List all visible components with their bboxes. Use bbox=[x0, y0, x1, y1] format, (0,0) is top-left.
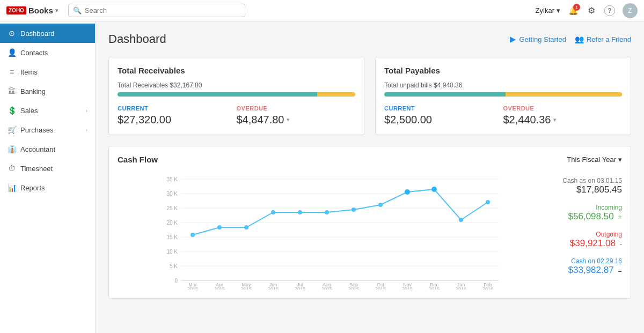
sidebar-item-purchases[interactable]: 🛒Purchases› bbox=[0, 120, 95, 139]
svg-text:2015: 2015 bbox=[321, 286, 332, 290]
receivables-current-stat: CURRENT $27,320.00 bbox=[118, 105, 237, 126]
cash-open-value: $17,805.45 bbox=[555, 184, 622, 195]
receivables-progress bbox=[118, 92, 355, 97]
receivables-overdue-value: $4,847.80 ▾ bbox=[237, 114, 356, 126]
sidebar-item-accountant[interactable]: 👔Accountant bbox=[0, 139, 95, 159]
receivables-dropdown[interactable]: ▾ bbox=[287, 116, 290, 123]
help-icon[interactable]: ? bbox=[604, 5, 615, 16]
getting-started-link[interactable]: ▶ Getting Started bbox=[510, 34, 566, 44]
accountant-icon: 👔 bbox=[8, 145, 16, 153]
svg-text:2015: 2015 bbox=[402, 286, 413, 290]
page-header: Dashboard ▶ Getting Started 👥 Refer a Fr… bbox=[108, 32, 631, 46]
sidebar-item-sales[interactable]: 💲Sales› bbox=[0, 101, 95, 120]
zoho-logo: ZOHO bbox=[6, 6, 26, 14]
sidebar-item-contacts[interactable]: 👤Contacts bbox=[0, 43, 95, 62]
main-layout: ⊙Dashboard👤Contacts≡Items🏛Banking💲Sales›… bbox=[0, 21, 644, 333]
sidebar-item-banking[interactable]: 🏛Banking bbox=[0, 82, 95, 101]
svg-text:20 K: 20 K bbox=[166, 220, 178, 226]
payables-overdue-label: OVERDUE bbox=[503, 105, 623, 112]
sidebar-item-items[interactable]: ≡Items bbox=[0, 62, 95, 82]
payables-current-label: CURRENT bbox=[384, 105, 503, 112]
avatar[interactable]: Z bbox=[623, 3, 638, 18]
purchases-icon: 🛒 bbox=[8, 125, 16, 134]
svg-text:2015: 2015 bbox=[187, 286, 198, 290]
banking-label: Banking bbox=[20, 87, 46, 95]
purchases-arrow: › bbox=[85, 127, 87, 133]
header-actions: ▶ Getting Started 👥 Refer a Friend bbox=[510, 34, 631, 44]
purchases-label: Purchases bbox=[20, 126, 53, 134]
outgoing-label: Outgoing bbox=[555, 231, 622, 238]
receivables-current-value: $27,320.00 bbox=[118, 114, 237, 126]
dashboard-label: Dashboard bbox=[20, 29, 55, 38]
payables-dropdown[interactable]: ▾ bbox=[553, 116, 557, 123]
sidebar: ⊙Dashboard👤Contacts≡Items🏛Banking💲Sales›… bbox=[0, 21, 96, 333]
logo-area[interactable]: ZOHO Books ▾ bbox=[6, 6, 58, 15]
filter-caret: ▾ bbox=[618, 156, 622, 164]
svg-text:2015: 2015 bbox=[375, 286, 386, 290]
sales-arrow: › bbox=[85, 107, 87, 114]
incoming-label: Incoming bbox=[555, 204, 622, 211]
user-caret: ▾ bbox=[557, 6, 560, 14]
payables-overdue-stat: OVERDUE $2,440.36 ▾ bbox=[503, 105, 623, 126]
settings-icon[interactable]: ⚙ bbox=[586, 5, 597, 16]
svg-text:2015: 2015 bbox=[214, 286, 225, 290]
search-input[interactable] bbox=[85, 6, 240, 14]
payables-current-bar bbox=[384, 92, 506, 97]
payables-card: Total Payables Total unpaid bills $4,940… bbox=[375, 57, 631, 135]
banking-icon: 🏛 bbox=[8, 87, 16, 95]
outgoing-symbol: - bbox=[620, 240, 622, 248]
sidebar-item-timesheet[interactable]: ⏱Timesheet bbox=[0, 159, 95, 178]
top-nav: ZOHO Books ▾ 🔍 Zylkar ▾ 🔔 1 ⚙ ? Z bbox=[0, 0, 644, 21]
cashflow-filter[interactable]: This Fiscal Year ▾ bbox=[567, 156, 622, 164]
incoming-value: $56,098.50 + bbox=[555, 211, 622, 222]
reports-icon: 📊 bbox=[8, 183, 16, 192]
svg-point-18 bbox=[244, 225, 248, 230]
cashflow-chart: 35 K 30 K 25 K 20 K 15 K 10 K 5 K 0 bbox=[118, 172, 547, 290]
svg-point-23 bbox=[378, 203, 383, 207]
sales-icon: 💲 bbox=[8, 106, 16, 115]
incoming-stat: Incoming $56,098.50 + bbox=[555, 204, 622, 222]
payables-progress bbox=[384, 92, 622, 97]
receivables-total-label: Total Receivables $32,167.80 bbox=[118, 82, 355, 89]
cash-close-stat: Cash on 02.29.16 $33,982.87 = bbox=[555, 257, 622, 276]
cash-close-label: Cash on 02.29.16 bbox=[555, 257, 622, 265]
search-bar[interactable]: 🔍 bbox=[68, 4, 245, 17]
svg-text:2016: 2016 bbox=[482, 286, 493, 290]
search-icon: 🔍 bbox=[73, 6, 82, 14]
cashflow-title: Cash Flow bbox=[118, 155, 158, 164]
svg-text:35 K: 35 K bbox=[166, 176, 178, 182]
svg-text:2015: 2015 bbox=[348, 286, 359, 290]
contacts-label: Contacts bbox=[20, 49, 48, 57]
timesheet-label: Timesheet bbox=[20, 165, 53, 173]
logo-caret: ▾ bbox=[55, 7, 58, 14]
svg-text:2016: 2016 bbox=[456, 286, 466, 290]
nav-right: Zylkar ▾ 🔔 1 ⚙ ? Z bbox=[536, 3, 638, 18]
username: Zylkar bbox=[536, 6, 554, 14]
svg-point-17 bbox=[217, 225, 222, 230]
summary-cards: Total Receivables Total Receivables $32,… bbox=[108, 57, 631, 135]
accountant-label: Accountant bbox=[20, 145, 55, 153]
cashflow-section: Cash Flow This Fiscal Year ▾ 35 K 30 K 2… bbox=[108, 146, 631, 299]
sidebar-item-reports[interactable]: 📊Reports bbox=[0, 178, 95, 197]
receivables-current-bar bbox=[118, 92, 317, 97]
notification-badge: 1 bbox=[573, 4, 580, 11]
sales-label: Sales bbox=[20, 107, 38, 115]
outgoing-stat: Outgoing $39,921.08 - bbox=[555, 231, 622, 249]
receivables-overdue-label: OVERDUE bbox=[237, 105, 356, 112]
sidebar-item-dashboard[interactable]: ⊙Dashboard bbox=[0, 24, 95, 43]
cashflow-stats: Cash as on 03.01.15 $17,805.45 Incoming … bbox=[547, 172, 622, 290]
notification-icon[interactable]: 🔔 1 bbox=[568, 5, 579, 16]
svg-point-16 bbox=[191, 233, 195, 237]
receivables-overdue-bar bbox=[317, 92, 355, 97]
svg-point-26 bbox=[459, 218, 463, 222]
refer-friend-link[interactable]: 👥 Refer a Friend bbox=[575, 34, 631, 44]
receivables-title: Total Receivables bbox=[118, 66, 355, 75]
receivables-card: Total Receivables Total Receivables $32,… bbox=[108, 57, 364, 135]
svg-point-20 bbox=[298, 210, 302, 214]
payables-current-value: $2,500.00 bbox=[384, 114, 503, 126]
payables-current-stat: CURRENT $2,500.00 bbox=[384, 105, 503, 126]
svg-point-21 bbox=[325, 210, 329, 214]
play-icon: ▶ bbox=[510, 34, 516, 44]
user-menu[interactable]: Zylkar ▾ bbox=[536, 6, 560, 14]
reports-label: Reports bbox=[20, 184, 45, 192]
